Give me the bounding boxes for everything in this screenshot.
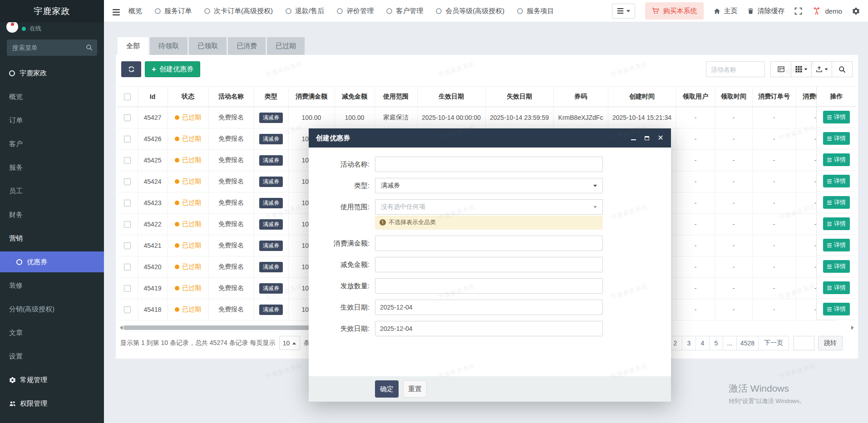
sidebar-item-12[interactable]: 设置: [0, 344, 104, 368]
clear-cache-link[interactable]: 清除缓存: [747, 7, 784, 15]
page-size-dropdown[interactable]: 10: [279, 336, 300, 350]
nav-item-7[interactable]: 服务项目: [517, 7, 554, 15]
sidebar-item-3[interactable]: 客户: [0, 132, 104, 156]
sidebar-item-7[interactable]: 营销: [0, 226, 104, 250]
sidebar-item-10[interactable]: 分销(高级授权): [0, 297, 104, 321]
detail-button[interactable]: 详情: [823, 217, 850, 230]
sidebar-item-14[interactable]: 权限管理: [0, 392, 104, 415]
activity-name-search-input[interactable]: [706, 61, 765, 77]
scroll-right-arrow[interactable]: [851, 325, 856, 330]
detail-button[interactable]: 详情: [823, 153, 850, 166]
sidebar-item-9[interactable]: 装修: [0, 274, 104, 297]
row-checkbox[interactable]: [124, 157, 131, 164]
select-all-checkbox[interactable]: [124, 93, 131, 100]
min-amount-field[interactable]: [375, 236, 603, 251]
create-coupon-button[interactable]: +创建优惠券: [145, 61, 200, 77]
detail-button[interactable]: 详情: [823, 175, 850, 187]
tab-1[interactable]: 待领取: [150, 37, 187, 55]
start-date-field[interactable]: [375, 300, 603, 315]
detail-button[interactable]: 详情: [823, 239, 850, 251]
issue-quantity-field[interactable]: [375, 278, 603, 294]
row-checkbox[interactable]: [124, 178, 131, 185]
sidebar-search-input[interactable]: [7, 39, 97, 56]
sidebar-item-0[interactable]: 宇鹿家政: [0, 61, 104, 85]
sidebar-item-6[interactable]: 财务: [0, 203, 104, 226]
page-button-4[interactable]: 4: [695, 336, 710, 350]
cell-name: 免费报名: [208, 171, 254, 192]
nav-item-label: 客户管理: [396, 7, 423, 15]
sidebar-item-11[interactable]: 文章: [0, 321, 104, 344]
column-header-scope: 使用范围: [375, 87, 417, 107]
nav-item-0[interactable]: 概览: [128, 7, 142, 15]
page-button-...[interactable]: ...: [723, 336, 737, 350]
nav-item-3[interactable]: 退款/售后: [286, 7, 324, 15]
discount-amount-field[interactable]: [375, 257, 603, 272]
maximize-icon[interactable]: [644, 135, 650, 141]
columns-button[interactable]: [791, 61, 812, 77]
row-checkbox[interactable]: [124, 264, 131, 271]
scroll-left-arrow[interactable]: [118, 325, 123, 330]
page-jump-input[interactable]: [794, 336, 814, 350]
user-menu[interactable]: demo: [812, 6, 842, 15]
row-checkbox[interactable]: [124, 285, 131, 292]
reset-button[interactable]: 重置: [403, 380, 427, 398]
tab-3[interactable]: 已消费: [228, 37, 266, 55]
nav-item-2[interactable]: 次卡订单(高级授权): [204, 7, 273, 15]
minimize-icon[interactable]: [630, 135, 636, 141]
tab-4[interactable]: 已过期: [267, 37, 305, 55]
nav-item-1[interactable]: 服务订单: [155, 7, 192, 15]
export-button[interactable]: [811, 61, 832, 77]
next-page-button[interactable]: 下一页: [758, 336, 789, 350]
sidebar-item-1[interactable]: 概览: [0, 85, 104, 108]
row-checkbox[interactable]: [124, 221, 131, 228]
sidebar-item-4[interactable]: 服务: [0, 156, 104, 179]
page-button-4528[interactable]: 4528: [736, 336, 759, 350]
row-checkbox[interactable]: [124, 242, 131, 249]
table-toolbar: +创建优惠券: [116, 55, 858, 86]
search-toggle-button[interactable]: [832, 61, 853, 77]
chevron-left-icon: [93, 212, 97, 217]
sidebar-item-13[interactable]: 常规管理: [0, 368, 104, 392]
home-link[interactable]: 主页: [714, 7, 737, 15]
detail-button[interactable]: 详情: [823, 132, 850, 145]
close-icon[interactable]: ✕: [657, 135, 664, 141]
activity-name-field[interactable]: [375, 157, 603, 172]
page-button-3[interactable]: 3: [682, 336, 696, 350]
hamburger-icon[interactable]: [112, 8, 120, 14]
end-date-field[interactable]: [375, 321, 603, 336]
row-checkbox[interactable]: [124, 200, 131, 207]
refresh-button[interactable]: [121, 61, 141, 77]
sidebar-item-label: 常规管理: [20, 376, 47, 384]
cell-id: 45419: [138, 278, 168, 299]
detail-button[interactable]: 详情: [823, 196, 850, 209]
type-select[interactable]: 满减券: [375, 178, 603, 193]
scope-select[interactable]: 没有选中任何项: [375, 199, 603, 215]
nav-item-4[interactable]: 评价管理: [337, 7, 374, 15]
sidebar-item-8[interactable]: 优惠券: [0, 251, 104, 272]
tab-0[interactable]: 全部: [118, 37, 148, 55]
cell-id: 45424: [138, 171, 168, 192]
settings-gear-icon[interactable]: [852, 7, 860, 15]
detail-view-button[interactable]: [770, 61, 791, 77]
page-button-5[interactable]: 5: [709, 336, 723, 350]
buy-system-button[interactable]: 购买本系统: [645, 2, 704, 20]
nav-item-5[interactable]: 客户管理: [386, 7, 423, 15]
page-jump-button[interactable]: 跳转: [818, 336, 843, 350]
tab-2[interactable]: 已领取: [189, 37, 227, 55]
nav-list-dropdown-button[interactable]: [612, 4, 635, 19]
fullscreen-icon[interactable]: [794, 7, 802, 15]
detail-button[interactable]: 详情: [823, 260, 850, 273]
nav-item-6[interactable]: 会员等级(高级授权): [436, 7, 504, 15]
row-checkbox[interactable]: [124, 306, 131, 313]
row-checkbox[interactable]: [124, 114, 131, 121]
row-checkbox[interactable]: [124, 136, 131, 143]
sidebar-item-2[interactable]: 订单: [0, 108, 104, 132]
detail-button[interactable]: 详情: [823, 111, 850, 123]
detail-button-label: 详情: [834, 156, 846, 164]
modal-header: 创建优惠券 ✕: [309, 128, 671, 148]
detail-button[interactable]: 详情: [823, 281, 850, 294]
confirm-button[interactable]: 确定: [375, 380, 399, 398]
sidebar-item-5[interactable]: 员工: [0, 179, 104, 203]
detail-button[interactable]: 详情: [823, 303, 850, 315]
sidebar-item-label: 设置: [9, 352, 23, 361]
